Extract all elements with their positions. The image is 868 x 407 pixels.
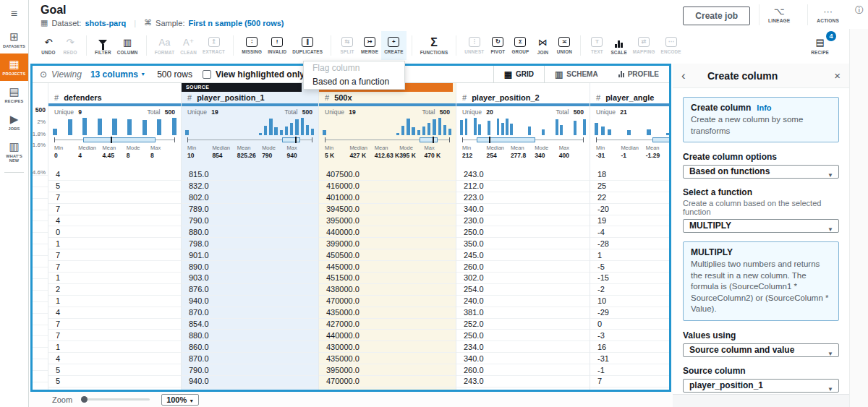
column-header-player-position-2[interactable]: #player_position_2 xyxy=(456,92,590,103)
hamburger-menu-icon[interactable]: ≡ xyxy=(0,0,28,26)
cell-500x[interactable]: 407500.0 xyxy=(319,169,456,181)
cell-player-position-1[interactable]: 940.0 xyxy=(182,376,318,387)
cell-player-angle[interactable]: 0 xyxy=(590,319,669,330)
cell-player-position-2[interactable]: 243.0 xyxy=(456,376,590,387)
cell-defenders[interactable]: 2 xyxy=(48,284,181,296)
column-header-player-position-1[interactable]: #player_position_1 xyxy=(182,92,318,103)
cell-player-position-2[interactable]: 262.0 xyxy=(456,387,590,390)
cell-defenders[interactable]: 0 xyxy=(48,226,181,238)
cell-player-position-2[interactable]: 350.0 xyxy=(456,238,590,249)
cell-player-position-2[interactable]: 230.0 xyxy=(456,215,590,227)
cell-player-position-2[interactable]: 260.0 xyxy=(456,364,590,376)
column-header-500x[interactable]: #500x xyxy=(319,92,456,103)
cell-player-position-2[interactable]: 243.0 xyxy=(456,169,590,181)
cell-player-position-1[interactable]: 901.0 xyxy=(182,249,318,261)
cell-player-position-2[interactable]: 223.0 xyxy=(456,192,590,204)
cell-player-position-1[interactable]: 870.0 xyxy=(182,307,318,319)
cell-defenders[interactable]: 1 xyxy=(48,238,181,249)
create-job-button[interactable]: Create job xyxy=(683,7,750,25)
cell-500x[interactable]: 399000.0 xyxy=(319,238,456,249)
cell-player-position-1[interactable]: 798.0 xyxy=(182,238,318,249)
cell-player-angle[interactable]: -20 xyxy=(590,204,669,215)
cell-player-angle[interactable]: 10 xyxy=(590,296,669,307)
recipe-button[interactable]: ▤4RECIPE xyxy=(808,31,832,60)
cell-player-angle[interactable]: -3 xyxy=(590,330,669,341)
cell-player-angle[interactable]: -15 xyxy=(590,273,669,284)
range-slider[interactable] xyxy=(596,137,669,143)
cell-500x[interactable]: 451500.0 xyxy=(319,273,456,284)
cell-player-angle[interactable]: -29 xyxy=(590,307,669,319)
toolbar-item-merge[interactable]: ↣MERGE xyxy=(358,31,381,60)
quartile-box[interactable] xyxy=(652,137,669,142)
cell-defenders[interactable]: 7 xyxy=(48,261,181,273)
cell-500x[interactable]: 440000.0 xyxy=(319,226,456,238)
toolbar-item-union[interactable]: ≍UNION xyxy=(553,31,575,60)
cell-500x[interactable]: 395000.0 xyxy=(319,364,456,376)
cell-player-angle[interactable]: -2 xyxy=(590,284,669,296)
cell-player-position-1[interactable]: 880.0 xyxy=(182,226,318,238)
select-source-column[interactable]: player_position_1▼ xyxy=(683,379,839,393)
zoom-level-button[interactable]: 100% ▼ xyxy=(161,394,199,406)
tab-grid[interactable]: ▦GRID xyxy=(493,66,545,82)
cell-player-position-2[interactable]: 212.0 xyxy=(456,181,590,192)
cell-player-position-1[interactable]: 789.0 xyxy=(182,204,318,215)
cell-500x[interactable]: 440000.0 xyxy=(319,330,456,341)
cell-500x[interactable]: 430000.0 xyxy=(319,341,456,353)
zoom-slider[interactable] xyxy=(81,398,150,400)
column-header-player-angle[interactable]: #player_angle xyxy=(590,92,669,103)
cell-player-position-1[interactable]: 802.0 xyxy=(182,192,318,204)
toolbar-item-functions[interactable]: ΣFUNCTIONS xyxy=(417,31,451,60)
range-slider[interactable] xyxy=(187,137,312,143)
menu-item-based-on-a-function[interactable]: Based on a function xyxy=(304,75,404,89)
cell-player-angle[interactable]: -5 xyxy=(590,261,669,273)
sidebar-item-what-s-new[interactable]: ▥WHAT'S NEW xyxy=(0,136,28,168)
cell-500x[interactable]: 416000.0 xyxy=(319,181,456,192)
range-slider[interactable] xyxy=(54,137,175,143)
cell-500x[interactable]: 435000.0 xyxy=(319,307,456,319)
view-highlighted-checkbox[interactable] xyxy=(203,70,211,79)
cell-500x[interactable]: 395000.0 xyxy=(319,215,456,227)
cell-500x[interactable]: 446000.0 xyxy=(319,387,456,390)
cell-defenders[interactable]: 5 xyxy=(48,376,181,387)
cell-500x[interactable]: 470000.0 xyxy=(319,376,456,387)
cell-defenders[interactable]: 5 xyxy=(48,181,181,192)
cell-defenders[interactable]: 7 xyxy=(48,330,181,341)
cell-player-angle[interactable]: -28 xyxy=(590,238,669,249)
sidebar-item-recipes[interactable]: ▤RECIPES xyxy=(0,81,28,108)
range-slider[interactable] xyxy=(462,137,584,143)
quartile-box[interactable] xyxy=(477,137,535,142)
cell-player-position-1[interactable]: 832.0 xyxy=(182,181,318,192)
quartile-box[interactable] xyxy=(282,137,299,142)
tab-profile[interactable]: PROFILE xyxy=(608,66,669,82)
toolbar-item-undo[interactable]: ↶UNDO xyxy=(38,31,59,60)
cell-500x[interactable]: 401000.0 xyxy=(319,192,456,204)
cell-player-angle[interactable]: -31 xyxy=(590,353,669,364)
actions-button[interactable]: ··· ACTIONS xyxy=(807,4,848,25)
toolbar-item-group[interactable]: ΣGROUP xyxy=(509,31,532,60)
cell-player-position-2[interactable]: 302.0 xyxy=(456,273,590,284)
cell-player-position-1[interactable]: 892.0 xyxy=(182,387,318,390)
cell-player-position-2[interactable]: 240.0 xyxy=(456,296,590,307)
cell-player-position-1[interactable]: 876.0 xyxy=(182,284,318,296)
columns-dropdown[interactable]: 13 columns ▼ xyxy=(90,69,145,80)
cell-defenders[interactable]: 5 xyxy=(48,364,181,376)
cell-defenders[interactable]: 4 xyxy=(48,215,181,227)
tab-schema[interactable]: ▥SCHEMA xyxy=(545,66,608,82)
cell-defenders[interactable]: 1 xyxy=(48,296,181,307)
zoom-slider-knob[interactable] xyxy=(81,396,88,403)
cell-player-position-2[interactable]: 254.0 xyxy=(456,284,590,296)
cell-500x[interactable]: 438000.0 xyxy=(319,284,456,296)
dataset-link[interactable]: shots-parq xyxy=(85,19,126,27)
back-chevron-icon[interactable]: ‹ xyxy=(681,69,697,83)
cell-defenders[interactable]: 7 xyxy=(48,319,181,330)
cell-player-position-1[interactable]: 815.0 xyxy=(182,169,318,181)
cell-player-angle[interactable]: 18 xyxy=(590,169,669,181)
toolbar-item-duplicates[interactable]: ∥DUPLICATES xyxy=(289,31,326,60)
cell-player-position-1[interactable]: 860.0 xyxy=(182,341,318,353)
cell-player-position-1[interactable]: 903.0 xyxy=(182,273,318,284)
range-slider[interactable] xyxy=(325,137,450,143)
quartile-box[interactable] xyxy=(420,137,437,142)
lineage-button[interactable]: ⌥ LINEAGE xyxy=(759,4,799,25)
toolbar-item-scale[interactable]: SCALE xyxy=(608,31,629,60)
cell-player-position-1[interactable]: 890.0 xyxy=(182,261,318,273)
